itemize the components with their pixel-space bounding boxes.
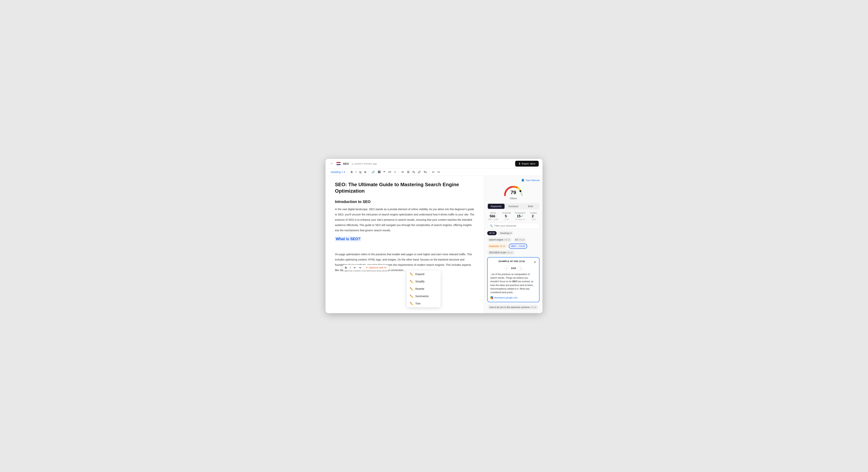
headings-range: 3-18 — [501, 218, 513, 221]
inline-italic-button[interactable]: I — [349, 265, 351, 270]
example-text: ..me of the practices as manipulation of… — [490, 273, 536, 294]
keywords-area: search engine 7/4-26 h3 7/4-26 keywords … — [487, 238, 539, 255]
image-button[interactable]: 🖼 — [377, 170, 381, 174]
subscript-button[interactable]: X2 — [411, 170, 416, 174]
undo-button[interactable]: ↩ — [431, 170, 435, 174]
redo-button[interactable]: ↪ — [436, 170, 441, 174]
example-card-close[interactable]: ✕ — [533, 260, 536, 264]
chevron-down-icon: ▾ — [344, 170, 345, 174]
example-nav: ‹ 1/14 › — [490, 266, 536, 271]
heading-style-select[interactable]: Heading 1 ▾ — [329, 170, 346, 174]
back-button[interactable]: ← — [329, 161, 334, 166]
keyword-seo[interactable]: SEO ··· 7/4-26 — [509, 244, 527, 249]
stat-images: Images 2 ↑ 3-18 — [528, 212, 539, 221]
align-button[interactable]: ≡ — [393, 170, 397, 174]
ai-dropdown-menu: ✏️ Expand ✏️ Simplify ✏️ Rewrite ✏️ Summ… — [407, 271, 441, 307]
headings-label: Headings — [501, 212, 513, 214]
inline-undo-button[interactable]: ↩ — [353, 265, 357, 270]
user-manual-link[interactable]: 📘 User Manual — [487, 179, 539, 182]
keyword-keywords[interactable]: keywords 3/6-15 — [487, 244, 507, 249]
underline-button[interactable]: U — [358, 170, 363, 174]
example-source[interactable]: developers.google.com — [490, 296, 536, 299]
section2-heading-selected[interactable]: What is SEO? — [335, 237, 361, 242]
svg-point-0 — [520, 190, 521, 192]
doc-main-title: SEO: The Ultimate Guide to Mastering Sea… — [335, 182, 474, 194]
words-arrow-icon: ↑ — [496, 215, 497, 218]
example-card-title: EXAMPLE OF USE (1/14) — [499, 260, 525, 262]
link-button[interactable]: 🔗 — [370, 170, 376, 174]
images-arrow-icon: ↑ — [534, 215, 535, 218]
filter-headings[interactable]: Headings 4 — [498, 231, 514, 235]
main-area: SEO: The Ultimate Guide to Mastering Sea… — [326, 176, 542, 313]
expand-icon: ✏️ — [410, 273, 413, 276]
rewrite-icon: ✏️ — [410, 287, 413, 291]
example-card: EXAMPLE OF USE (1/14) ✕ ‹ 1/14 › ..me of… — [487, 257, 539, 302]
bold-button[interactable]: B — [350, 170, 354, 174]
ai-menu-summarize[interactable]: ✏️ Summarize — [407, 292, 441, 300]
images-value: 2 ↑ — [528, 214, 539, 218]
flag-icon — [336, 162, 341, 165]
example-prev-button[interactable]: ‹ — [504, 266, 509, 271]
ai-menu-simplify[interactable]: ✏️ Simplify — [407, 278, 441, 285]
score-number: 79 — [510, 190, 516, 195]
score-label: Ottimo — [510, 197, 517, 200]
score-container: 79 Ottimo — [487, 184, 539, 200]
filter-all[interactable]: All 32 — [487, 231, 497, 235]
keyword-how-to-seo[interactable]: how to do seo in this awesome universe 7… — [488, 305, 538, 310]
export-button[interactable]: ⬇ Export .docx — [515, 161, 539, 166]
tab-assistant[interactable]: Assistant — [505, 204, 522, 209]
score-gauge: 79 — [503, 184, 524, 196]
toolbar-divider-4 — [429, 170, 430, 174]
inline-toolbar-popup: B I ↩ ↪ ✦ Optimize with AI — [342, 265, 389, 271]
clear-format-button[interactable]: Tx — [423, 170, 428, 174]
paragraphs-label: Paragraphs — [514, 212, 526, 214]
editor-area[interactable]: SEO: The Ultimate Guide to Mastering Sea… — [326, 176, 484, 313]
panel-tabs: Keywords Assistant Brief — [487, 203, 539, 210]
tab-brief[interactable]: Brief — [522, 204, 539, 209]
tab-keywords[interactable]: Keywords — [488, 204, 504, 209]
search-icon: 🔍 — [490, 224, 493, 227]
optimize-with-ai-button[interactable]: ✦ Optimize with AI — [365, 265, 388, 270]
keyword-h3[interactable]: h3 7/4-26 — [514, 238, 526, 242]
images-label: Images — [528, 212, 539, 214]
inline-toolbar-divider — [363, 266, 364, 270]
top-bar: ← SEO ☁ saved 6 minutes ago ⬇ Export .do… — [326, 159, 542, 169]
saved-status: ☁ saved 6 minutes ago — [351, 162, 377, 165]
keyword-search-input[interactable] — [494, 224, 537, 227]
ai-menu-rewrite[interactable]: ✏️ Rewrite — [407, 285, 441, 292]
blockquote-button[interactable]: ❝ — [382, 170, 386, 174]
ai-menu-trim[interactable]: ✏️ Trim — [407, 300, 441, 307]
inline-bold-button[interactable]: B — [344, 265, 348, 270]
ordered-list-button[interactable]: ≔ — [400, 170, 405, 174]
stat-words: Words 566 ↑ 600 - 1240 — [487, 212, 499, 221]
section1-heading: Introduction to SEO — [335, 199, 474, 204]
code-button[interactable]: </> — [387, 170, 392, 174]
keyword-seo-sem-guide[interactable]: SEO/SEM Guide 3/6-15 — [487, 250, 515, 255]
example-counter: 1/14 — [511, 267, 516, 270]
section1-body: In the vast digital landscape, SEO stand… — [335, 207, 474, 233]
app-window: ← SEO ☁ saved 6 minutes ago ⬇ Export .do… — [326, 159, 542, 313]
right-panel: 📘 User Manual 79 Ott — [484, 176, 542, 313]
strikethrough-button[interactable]: S — [363, 170, 367, 174]
italic-button[interactable]: I — [354, 170, 358, 174]
doc-title: SEO — [343, 162, 349, 165]
inline-redo-button[interactable]: ↪ — [358, 265, 362, 270]
trim-icon: ✏️ — [410, 302, 413, 306]
more-keywords-area: how to do seo in this awesome universe 7… — [487, 305, 539, 310]
unordered-list-button[interactable]: ☰ — [406, 170, 411, 174]
cloud-icon: ☁ — [351, 162, 353, 165]
ai-menu-expand[interactable]: ✏️ Expand — [407, 271, 441, 278]
paragraphs-value: 15 ✔ — [514, 214, 526, 218]
words-label: Words — [487, 212, 499, 214]
keyword-search-engine[interactable]: search engine 7/4-26 — [487, 238, 512, 242]
stats-row: Words 566 ↑ 600 - 1240 Headings 5 ↑ 3-18 — [487, 212, 539, 221]
headings-value: 5 ↑ — [501, 214, 513, 218]
keyword-search-box[interactable]: 🔍 — [487, 223, 539, 229]
summarize-icon: ✏️ — [410, 294, 413, 298]
example-next-button[interactable]: › — [518, 266, 523, 271]
superscript-button[interactable]: X2 — [417, 170, 422, 175]
toolbar: Heading 1 ▾ B I U S 🔗 🖼 ❝ </> ≡ ≔ ☰ X2 X… — [326, 169, 542, 176]
headings-arrow-icon: ↑ — [507, 215, 508, 218]
book-icon: 📘 — [521, 179, 524, 182]
words-value: 566 ↑ — [487, 214, 499, 218]
